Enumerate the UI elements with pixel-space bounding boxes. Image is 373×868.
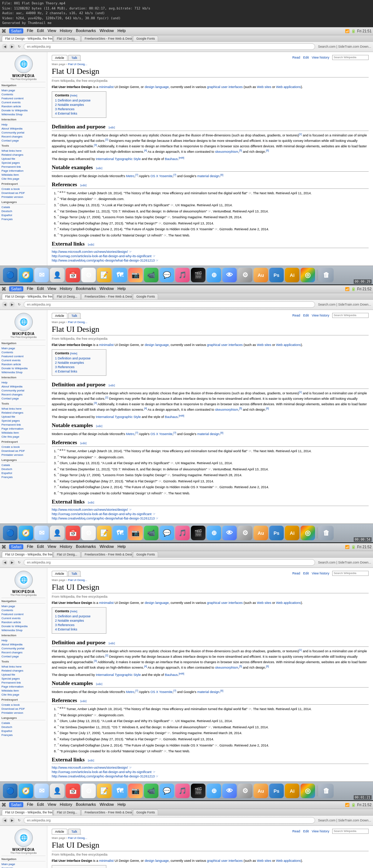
menu-file-4[interactable]: File [27, 802, 34, 807]
forward-button-3[interactable]: ▶ [9, 560, 15, 565]
nav-current-3[interactable]: Current events [1, 616, 46, 620]
nav-link-special-1[interactable]: Special pages [1, 161, 46, 165]
refresh-button-4[interactable]: ↻ [16, 817, 22, 823]
dock-icon-finder-dock-2[interactable]: 🔵 [3, 526, 17, 540]
nav-link-random-1[interactable]: Random article [1, 104, 46, 108]
dock-icon-ai-dock-3[interactable]: Ai [285, 784, 299, 798]
nav-recentchanges-2[interactable]: Recent changes [1, 393, 46, 397]
dock-icon-photos-dock-2[interactable]: 📷 [128, 526, 143, 540]
dock-icon-maps-dock-2[interactable]: 🗺 [113, 526, 127, 540]
menu-window-1[interactable]: Window [99, 28, 114, 33]
nav-link-deutsch-1[interactable]: Deutsch [1, 209, 46, 213]
toc-item-4-3[interactable]: 4 External links [55, 627, 103, 632]
ext-link-2a[interactable]: http://www.microsoft.com/en-us/news/stor… [52, 507, 369, 512]
dock-icon-safari-dock-3[interactable]: 🧭 [19, 784, 33, 798]
menu-help-3[interactable]: Help [118, 544, 126, 549]
menu-edit-1[interactable]: Edit [37, 28, 44, 33]
action-viewhistory-1[interactable]: View history [312, 56, 329, 59]
dock-icon-safari-dock-2[interactable]: 🧭 [19, 526, 33, 540]
edit-external-1[interactable]: [edit] [88, 243, 94, 246]
toc-item-1-2[interactable]: 1 Definition and purpose [55, 356, 103, 361]
nav-link-catala-1[interactable]: Català [1, 205, 46, 209]
dock-icon-facetime-dock-3[interactable]: 📹 [144, 784, 158, 798]
toc-item-3-3[interactable]: 3 References [55, 623, 103, 627]
menu-file-1[interactable]: File [27, 28, 34, 33]
toc-item-4-2[interactable]: 4 External links [55, 369, 103, 374]
menu-history-1[interactable]: History [60, 28, 72, 33]
wiki-search-input-3[interactable] [332, 571, 369, 576]
ext-link-1c[interactable]: http://www.creativebloq.com/graphic-desi… [52, 258, 369, 263]
nav-espanol-2[interactable]: Español [1, 471, 46, 475]
back-button-2[interactable]: ◀ [2, 302, 8, 307]
nav-help-2[interactable]: Help [1, 381, 46, 385]
dock-icon-music-dock-1[interactable]: 🎵 [175, 268, 190, 282]
menu-bookmarks-2[interactable]: Bookmarks [76, 286, 96, 291]
refresh-button-1[interactable]: ↻ [16, 44, 22, 49]
dock-icon-preview-dock-1[interactable]: 👁 [222, 268, 237, 282]
dock-icon-notes-dock-2[interactable]: 📝 [97, 526, 111, 540]
nav-francais-2[interactable]: Français [1, 475, 46, 479]
menu-history-2[interactable]: History [60, 286, 72, 291]
dock-icon-appstore-dock-3[interactable]: ⊕ [207, 784, 221, 798]
dock-icon-au-dock-3[interactable]: Au [254, 784, 268, 798]
nav-main-4[interactable]: Main page [1, 862, 46, 866]
dock-icon-au-dock-1[interactable]: Au [254, 268, 268, 282]
menu-help-2[interactable]: Help [118, 286, 126, 291]
wiki-tab-talk-1[interactable]: Talk [68, 55, 81, 60]
nav-about-3[interactable]: About Wikipedia [1, 642, 46, 646]
url-bar-2[interactable]: en.wikipedia.org [24, 301, 315, 308]
menu-history-3[interactable]: History [60, 544, 72, 549]
nav-link-featured-1[interactable]: Featured content [1, 96, 46, 100]
dock-icon-itunes-dock-2[interactable]: 🎬 [191, 526, 205, 540]
toc-item-1-3[interactable]: 1 Definition and purpose [55, 614, 103, 618]
back-button-4[interactable]: ◀ [2, 817, 8, 823]
nav-donate-3[interactable]: Donate to Wikipedia [1, 624, 46, 628]
edit-external-2[interactable]: [edit] [88, 501, 94, 504]
action-viewhistory-2[interactable]: View history [312, 314, 329, 317]
nav-createbook-3[interactable]: Create a book [1, 703, 46, 707]
apple-logo-1[interactable]: ⌘ [1, 28, 6, 34]
menu-view-3[interactable]: View [47, 544, 56, 549]
dock-icon-ps-dock-2[interactable]: Ps [269, 526, 284, 540]
action-edit-2[interactable]: Edit [303, 314, 309, 317]
nav-catala-3[interactable]: Català [1, 721, 46, 725]
menu-safari-4[interactable]: Safari [9, 802, 23, 807]
toc-item-2-1[interactable]: 2 Notable examples [55, 103, 103, 107]
nav-permlink-3[interactable]: Permanent link [1, 681, 46, 685]
menu-safari-1[interactable]: Safari [9, 28, 23, 33]
refresh-button-2[interactable]: ↻ [16, 302, 22, 307]
edit-examples-1[interactable]: [edit] [96, 167, 102, 170]
dock-icon-reminders-dock-1[interactable]: ⊙ [81, 268, 96, 282]
nav-link-createbook-1[interactable]: Create a book [1, 187, 46, 191]
dock-icon-facetime-dock-1[interactable]: 📹 [144, 268, 158, 282]
nav-link-wikishop-1[interactable]: Wikimedia Shop [1, 112, 46, 116]
back-button-3[interactable]: ◀ [2, 560, 8, 565]
menu-window-4[interactable]: Window [99, 802, 114, 807]
menu-history-4[interactable]: History [60, 802, 72, 807]
dock-icon-notes-dock-3[interactable]: 📝 [97, 784, 111, 798]
action-read-4[interactable]: Read [292, 829, 301, 833]
tab-wikipedia-1[interactable]: Flat UI Design - Wikipedia, the free... [2, 36, 53, 41]
url-bar-3[interactable]: en.wikipedia.org [24, 559, 315, 566]
nav-deutsch-3[interactable]: Deutsch [1, 725, 46, 729]
nav-link-pageinfo-1[interactable]: Page information [1, 169, 46, 173]
nav-link-wikidata-1[interactable]: Wikidata item [1, 173, 46, 177]
tab-wikipedia-4[interactable]: Flat UI Design - Wikipedia, the free... [2, 809, 53, 815]
menu-view-1[interactable]: View [47, 28, 56, 33]
toc-item-3-1[interactable]: 3 References [55, 107, 103, 111]
nav-link-help-1[interactable]: Help [1, 123, 46, 127]
apple-logo-2[interactable]: ⌘ [1, 286, 6, 292]
menu-window-3[interactable]: Window [99, 544, 114, 549]
tab-wikipedia-3[interactable]: Flat UI Design - Wikipedia, the free... [2, 552, 53, 557]
dock-icon-photos-dock-3[interactable]: 📷 [128, 784, 143, 798]
ext-link-3c[interactable]: http://www.creativebloq.com/graphic-desi… [52, 774, 369, 779]
dock-icon-contacts-dock-1[interactable]: 👤 [50, 268, 64, 282]
action-read-3[interactable]: Read [292, 572, 301, 575]
menu-edit-2[interactable]: Edit [37, 286, 44, 291]
tab-flat-ui-1[interactable]: Flat UI Desig... [54, 36, 81, 41]
tab-flat-ui-3[interactable]: Flat UI Desig... [54, 552, 81, 557]
nav-link-printable-1[interactable]: Printable version [1, 195, 46, 199]
nav-printable-3[interactable]: Printable version [1, 711, 46, 715]
nav-whatlinks-2[interactable]: What links here [1, 407, 46, 411]
nav-printable-2[interactable]: Printable version [1, 453, 46, 457]
